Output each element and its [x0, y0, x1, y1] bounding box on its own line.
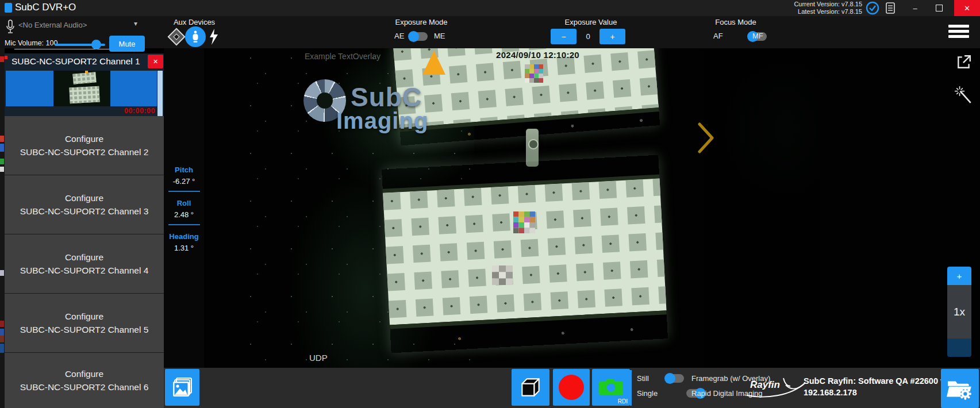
version-info: Current Version: v7.8.15 Latest Version:…: [794, 1, 862, 16]
board-connector-pin: [528, 139, 539, 149]
audio-source-value: <No External Audio>: [18, 21, 87, 29]
close-icon: ✕: [153, 58, 158, 66]
zoom-level-label: 1x: [954, 306, 965, 318]
configure-target: SUBC-NC-SUPORT2 Channel 5: [20, 323, 149, 336]
water-murk-right: [670, 48, 819, 368]
roll-label: Roll: [164, 199, 204, 207]
titlebar[interactable]: SubC DVR+O Current Version: v7.8.15 Late…: [0, 0, 980, 16]
orange-triangle-marker: [422, 51, 445, 75]
plus-label: +: [610, 32, 614, 41]
maximize-icon: [936, 5, 943, 11]
configure-target: SUBC-NC-SUPORT2 Channel 6: [20, 380, 149, 394]
single-label: Single: [637, 389, 658, 398]
app-title: SubC DVR+O: [15, 2, 76, 13]
channel1-scrollbar[interactable]: [157, 71, 163, 116]
3d-mode-button[interactable]: [512, 369, 549, 406]
gallery-button[interactable]: [165, 369, 199, 406]
record-button[interactable]: [553, 369, 590, 406]
exposure-mode-label: Exposure Mode: [393, 18, 450, 26]
update-check-icon[interactable]: [866, 1, 879, 15]
mic-volume-slider-knob[interactable]: [91, 40, 101, 49]
lamp-button[interactable]: [185, 26, 206, 47]
telemetry-divider: [168, 191, 200, 192]
microphone-icon: [6, 20, 15, 35]
zoom-in-button[interactable]: +: [947, 267, 971, 285]
minus-label: −: [561, 32, 566, 41]
log-book-icon[interactable]: [885, 2, 896, 14]
channel1-panel: SUBC-NC-SUPORT2 Channel 1 ✕ 00:00:00: [5, 53, 164, 116]
configure-channel5-button[interactable]: Configure SUBC-NC-SUPORT2 Channel 5: [5, 294, 164, 353]
exposure-decrease-button[interactable]: −: [551, 29, 577, 44]
file-settings-button[interactable]: [941, 369, 979, 408]
app-window: SubC Imaging Example TextOverlay 2024/09…: [0, 0, 980, 408]
configure-action: Configure: [65, 310, 103, 323]
color-checker-bottom: [513, 211, 535, 233]
app-icon: [5, 3, 12, 13]
latest-version: Latest Version: v7.8.15: [794, 8, 862, 16]
still-label: Still: [637, 374, 649, 383]
channel1-title: SUBC-NC-SUPORT2 Channel 1: [11, 56, 140, 67]
configure-action: Configure: [65, 132, 103, 145]
folder-gear-icon: [946, 376, 974, 401]
af-label: AF: [713, 32, 723, 40]
close-button[interactable]: ✕: [954, 0, 980, 16]
configure-target: SUBC-NC-SUPORT2 Channel 4: [20, 264, 149, 277]
device-info: SubC Rayfin: Software QA #22600 v4....: [804, 376, 959, 386]
video-viewport[interactable]: SubC Imaging Example TextOverlay 2024/09…: [164, 48, 980, 368]
still-framegrab-toggle[interactable]: [666, 374, 684, 383]
zoom-level-indicator[interactable]: 1x: [947, 285, 971, 338]
gallery-icon: [171, 376, 194, 399]
configure-channel6-button[interactable]: Configure SUBC-NC-SUPORT2 Channel 6: [5, 353, 164, 408]
me-label: ME: [434, 32, 445, 40]
telemetry-panel: [164, 48, 204, 368]
mute-button[interactable]: Mute: [109, 36, 145, 52]
minimize-button[interactable]: –: [904, 0, 927, 16]
bottom-control-bar: RDI Still Framegrab (w/ Overlay) Single …: [164, 368, 980, 408]
pitch-value: -6.27 °: [164, 177, 204, 186]
checker-grid: [383, 179, 666, 325]
configure-channel3-button[interactable]: Configure SUBC-NC-SUPORT2 Channel 3: [5, 175, 164, 234]
strobe-bolt-icon[interactable]: [208, 29, 220, 45]
channel1-thumbnail[interactable]: [53, 71, 110, 106]
laser-icon[interactable]: [167, 28, 185, 45]
configure-action: Configure: [65, 251, 103, 264]
zoom-out-button[interactable]: [947, 338, 971, 357]
exposure-mode-toggle[interactable]: [409, 32, 428, 41]
aux-devices-label: Aux Devices: [172, 18, 216, 26]
maximize-button[interactable]: [928, 0, 951, 16]
heading-label: Heading: [164, 232, 204, 241]
focus-mode-label: Focus Mode: [707, 18, 764, 26]
exposure-value-label: Exposure Value: [562, 18, 620, 26]
device-ip: 192.168.2.178: [804, 388, 857, 397]
chevron-down-icon[interactable]: ▾: [134, 20, 137, 28]
video-timestamp: 2024/09/10 12:10:20: [496, 50, 579, 60]
heading-value: 1.31 °: [164, 244, 204, 252]
gold-chevron-icon[interactable]: [697, 122, 714, 154]
audio-source-select[interactable]: <No External Audio>: [18, 21, 133, 29]
calibration-board-bottom: [382, 155, 668, 353]
mute-label: Mute: [119, 40, 136, 48]
configure-channel2-button[interactable]: Configure SUBC-NC-SUPORT2 Channel 2: [5, 116, 164, 175]
telemetry-divider: [168, 224, 200, 225]
color-checker-top: [525, 64, 544, 84]
external-link-icon[interactable]: [956, 54, 972, 70]
rayfin-logo: Rayfin: [745, 376, 809, 401]
current-version: Current Version: v7.8.15: [794, 1, 862, 8]
record-icon: [559, 375, 584, 400]
mic-volume-label: Mic Volume: 100: [5, 39, 57, 47]
channel1-close-button[interactable]: ✕: [148, 55, 163, 68]
exposure-increase-button[interactable]: +: [599, 29, 625, 44]
mf-label: MF: [752, 32, 763, 40]
rayfin-wordmark: Rayfin: [750, 379, 780, 391]
menu-button[interactable]: [948, 22, 969, 40]
section-divider: [630, 370, 632, 406]
stills-capture-button[interactable]: RDI: [592, 369, 630, 406]
udp-label: UDP: [309, 353, 328, 363]
pitch-label: Pitch: [164, 165, 204, 174]
channel1-timer: 00:00:00: [102, 107, 155, 115]
camera-toolbar: <No External Audio> ▾ Mic Volume: 100 Mu…: [0, 16, 980, 48]
configure-target: SUBC-NC-SUPORT2 Channel 3: [20, 205, 149, 218]
watermark-imaging: Imaging: [336, 108, 428, 134]
configure-channel4-button[interactable]: Configure SUBC-NC-SUPORT2 Channel 4: [5, 234, 164, 294]
magic-wand-icon[interactable]: [954, 85, 974, 105]
